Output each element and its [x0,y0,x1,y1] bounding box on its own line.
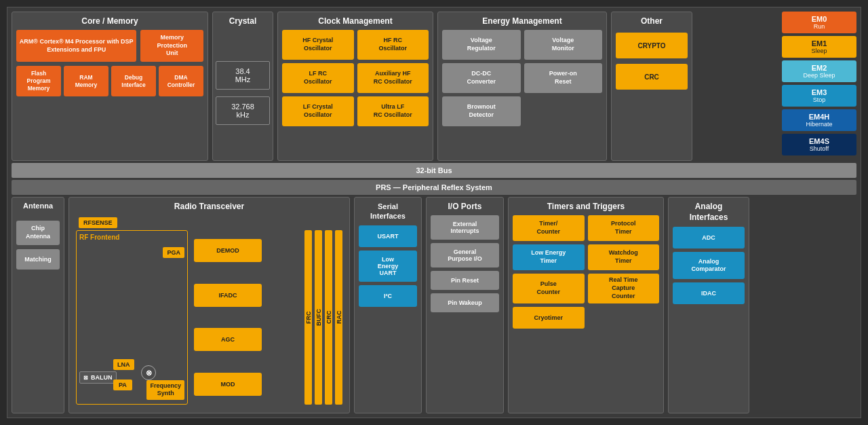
em2-label: EM2 [812,64,827,72]
crypto-box: CRYPTO [616,33,688,58]
hf-crystal-osc: HF CrystalOscillator [282,30,354,60]
frc-bar: FRC [304,230,312,405]
em4h-sublabel: Hibernate [806,121,832,128]
crystal-section: Crystal 38.4MHz 32.768kHz [212,12,273,161]
balun-label: BALUN [91,374,113,381]
em4s-sublabel: Shutoff [810,145,829,152]
em4h-legend: EM4H Hibernate [782,109,856,131]
dc-dc-converter: DC-DCConverter [442,63,521,93]
antenna-section: Antenna ChipAntenna Matching [12,197,64,413]
protocol-timer: ProtocolTimer [588,215,660,241]
ram-memory-box: RAMMemory [64,66,108,96]
serial-section: SerialInterfaces USART LowEnergyUART I²C [354,197,422,413]
radio-section: Radio Transceiver RFSENSE RF Frontend ⊠ … [68,197,350,413]
usart-box: USART [359,225,417,247]
mixer-symbol: ⊗ [141,365,156,380]
em2-sublabel: Deep Sleep [803,72,835,79]
arm-processor-box: ARM® Cortex® M4 Processor with DSP Exten… [16,30,136,62]
real-time-capture-counter: Real TimeCaptureCounter [588,274,660,303]
adc-box: ADC [673,227,745,248]
ultra-lf-rc-osc: Ultra LFRC Oscillator [357,96,429,126]
rac-bar: RAC [335,230,342,405]
balun-box: ⊠ BALUN [79,371,117,384]
lf-crystal-osc: LF CrystalOscillator [282,96,354,126]
other-title: Other [616,16,688,26]
prs-row: PRS — Peripheral Reflex System [12,180,856,195]
top-row: Core / Memory ARM® Cortex® M4 Processor … [12,12,856,161]
demod-box: DEMOD [194,239,262,262]
rf-frontend-box: RF Frontend ⊠ BALUN LNA PA ⊗ PGA Frequ [76,230,188,405]
pga-box: PGA [163,247,184,258]
em2-legend: EM2 Deep Sleep [782,60,856,82]
energy-section: Energy Management VoltageRegulator Volta… [437,12,607,161]
crystal-title: Crystal [216,16,270,26]
rf-frontend-label: RF Frontend [79,234,184,241]
rfsense-box: RFSENSE [79,217,117,228]
low-energy-timer: Low EnergyTimer [513,244,585,270]
voltage-regulator: VoltageRegulator [442,30,521,60]
agc-box: AGC [194,328,262,351]
32bit-bus: 32-bit Bus [12,163,856,178]
freq-synth-box: FrequencySynth [146,380,184,400]
energy-title: Energy Management [442,16,602,26]
crc-box: CRC [616,64,688,90]
bufc-bar: BUFC [315,230,322,405]
pin-reset: Pin Reset [431,271,499,290]
ifadc-box: IFADC [194,284,262,307]
core-memory-title: Core / Memory [16,16,203,26]
freq-384mhz: 38.4MHz [216,61,270,90]
rfsense-area: RFSENSE [79,215,117,228]
io-section: I/O Ports ExternalInterrupts GeneralPurp… [426,197,504,413]
cryotimer: Cryotimer [513,307,585,329]
bottom-row: Antenna ChipAntenna Matching Radio Trans… [12,197,856,413]
chip-antenna: ChipAntenna [16,221,60,245]
vertical-bars: FRC BUFC CRC RAC [304,230,342,405]
em0-legend: EM0 Run [782,12,856,33]
voltage-monitor: VoltageMonitor [524,30,603,60]
legend-section: EM0 Run EM1 Sleep EM2 Deep Sleep EM3 Sto… [782,12,856,161]
crc-bar: CRC [325,230,332,405]
dma-controller-box: DMAController [159,66,203,96]
spacer [696,12,778,161]
timers-title: Timers and Triggers [513,202,659,211]
external-interrupts: ExternalInterrupts [431,215,499,240]
em4h-label: EM4H [809,113,830,121]
pa-box: PA [113,380,132,390]
power-on-reset: Power-onReset [524,63,603,93]
em4s-legend: EM4S Shutoff [782,134,856,155]
clock-section: Clock Management HF CrystalOscillator HF… [277,12,433,161]
serial-title: SerialInterfaces [359,202,417,221]
em1-label: EM1 [812,39,827,48]
main-diagram: Core / Memory ARM® Cortex® M4 Processor … [7,7,861,418]
aux-hf-rc-osc: Auxiliary HFRC Oscillator [357,63,429,93]
clock-title: Clock Management [282,16,429,26]
pulse-counter: PulseCounter [513,274,585,303]
i2c-box: I²C [359,285,417,307]
other-section: Other CRYPTO CRC [611,12,692,161]
hf-rc-osc: HF RCOscillator [357,30,429,60]
watchdog-timer: WatchdogTimer [588,244,660,270]
memory-protection-box: MemoryProtectionUnit [140,30,203,62]
radio-title: Radio Transceiver [73,202,345,211]
em1-sublabel: Sleep [811,48,827,54]
io-title: I/O Ports [431,202,499,211]
idac-box: IDAC [673,282,745,304]
em0-label: EM0 [812,15,827,23]
middle-blocks: DEMOD IFADC AGC MOD [194,230,262,405]
analog-section: AnalogInterfaces ADC AnalogComparator ID… [668,197,749,413]
balun-symbol: ⊠ [83,375,88,381]
em3-legend: EM3 Stop [782,85,856,107]
em4s-label: EM4S [809,137,829,145]
flash-memory-box: Flash ProgramMemory [16,66,61,96]
freq-32768khz: 32.768kHz [216,96,270,125]
analog-title: AnalogInterfaces [673,202,745,223]
lf-rc-osc: LF RCOscillator [282,63,354,93]
em0-sublabel: Run [814,23,825,30]
core-memory-section: Core / Memory ARM® Cortex® M4 Processor … [12,12,208,161]
mod-box: MOD [194,373,262,396]
debug-interface-box: DebugInterface [111,66,156,96]
em3-label: EM3 [812,88,827,96]
general-purpose-io: GeneralPurpose I/O [431,243,499,267]
low-energy-uart-box: LowEnergyUART [359,251,417,282]
em3-sublabel: Stop [813,96,826,103]
